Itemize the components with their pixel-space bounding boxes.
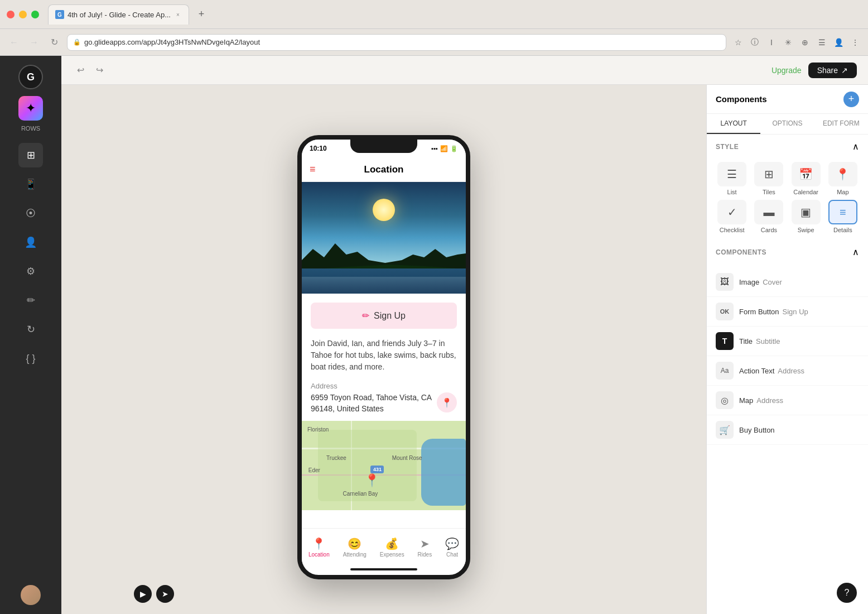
sidebar-item-user[interactable]: 👤 [18, 230, 43, 255]
checklist-label: Checklist [720, 227, 745, 233]
panel-tabs: LAYOUT OPTIONS EDIT FORM [707, 114, 868, 135]
tab-options[interactable]: OPTIONS [760, 114, 814, 134]
image-cover-labels: Image Cover [739, 278, 782, 286]
phone-tab-attending[interactable]: 😊 Attending [343, 537, 367, 558]
editor-top-bar: ↩ ↪ Upgrade Share ↗ [61, 56, 868, 85]
glide-g-icon[interactable]: G [18, 65, 43, 89]
style-tiles[interactable]: ⊞ Tiles [753, 162, 785, 195]
title-labels: Title Subtitle [739, 337, 780, 346]
phone-notch [350, 140, 417, 153]
rides-tab-icon: ➤ [420, 537, 430, 550]
hamburger-icon[interactable]: ≡ [310, 164, 316, 175]
sidebar-item-mobile[interactable]: 📱 [18, 172, 43, 196]
extension-icon[interactable]: ⓘ [749, 36, 761, 49]
chat-tab-label: Chat [446, 551, 458, 558]
phone-status-bar: 10:10 ▪▪▪ 📶 🔋 [302, 140, 466, 157]
new-tab-button[interactable]: + [194, 7, 209, 22]
sidebar-item-code[interactable]: { } [18, 346, 43, 371]
signal-icon: ▪▪▪ [431, 145, 438, 152]
components-section-header-row: COMPONENTS ∧ [716, 247, 859, 257]
components-collapse-icon[interactable]: ∧ [852, 247, 859, 257]
cursor-button[interactable]: ➤ [156, 585, 174, 603]
fullscreen-button[interactable] [31, 11, 39, 18]
style-calendar[interactable]: 📅 Calendar [790, 162, 822, 195]
wifi-icon: 📶 [440, 145, 448, 152]
map-pin-marker: 📍 [364, 473, 379, 488]
map-preview: Floriston Truckee Mount Rose Eder 431 📍 … [302, 421, 466, 510]
style-collapse-icon[interactable]: ∧ [852, 141, 859, 152]
share-button[interactable]: Share ↗ [808, 63, 857, 78]
components-section-title: COMPONENTS [716, 248, 766, 256]
address-field[interactable]: 🔒 go.glideapps.com/app/Jt4yg3HTsNwNDvgeI… [67, 34, 726, 51]
home-bar [350, 568, 417, 570]
tab-close-button[interactable]: × [174, 11, 182, 18]
left-sidebar: G ✦ ROWS ⊞ 📱 ⦿ 👤 ⚙ ✏ ↻ { } [0, 56, 61, 614]
panel-add-button[interactable]: + [843, 92, 859, 107]
style-cards[interactable]: ▬ Cards [753, 200, 785, 233]
extension4-icon[interactable]: ⊕ [799, 36, 811, 49]
battery-icon: 🔋 [450, 145, 458, 152]
phone-tabbar: 📍 Location 😊 Attending 💰 Expenses [302, 528, 466, 564]
hero-sun [373, 199, 395, 221]
component-form-button[interactable]: OK Form Button Sign Up [707, 297, 868, 327]
style-details[interactable]: ≡ Details [827, 200, 859, 233]
sidebar-item-layout[interactable]: ⊞ [18, 143, 43, 167]
expenses-tab-label: Expenses [380, 551, 404, 558]
sidebar-item-sync[interactable]: ↻ [18, 317, 43, 342]
panel-header: Components + [707, 85, 868, 114]
back-button[interactable]: ← [7, 35, 21, 50]
style-map[interactable]: 📍 Map [827, 162, 859, 195]
close-button[interactable] [7, 11, 15, 18]
sidebar-item-settings[interactable]: ⚙ [18, 259, 43, 284]
address-bar: ← → ↻ 🔒 go.glideapps.com/app/Jt4yg3HTsNw… [0, 29, 868, 56]
profile-icon[interactable]: 👤 [832, 36, 845, 49]
extension3-icon[interactable]: ✳ [782, 36, 794, 49]
location-pin-button[interactable]: 📍 [437, 392, 457, 412]
image-secondary: Cover [763, 278, 782, 286]
style-list[interactable]: ☰ List [716, 162, 748, 195]
sidebar-nav-icons: ⊞ 📱 ⦿ 👤 ⚙ ✏ ↻ { } [18, 143, 43, 371]
component-title[interactable]: T Title Subtitle [707, 327, 868, 356]
tab-bar: G 4th of July! - Glide - Create Ap... × … [48, 4, 861, 25]
minimize-button[interactable] [19, 11, 27, 18]
user-avatar[interactable] [21, 585, 41, 605]
sidebar-item-data[interactable]: ⦿ [18, 201, 43, 226]
component-image-cover[interactable]: 🖼 Image Cover [707, 267, 868, 297]
phone-tab-rides[interactable]: ➤ Rides [418, 537, 432, 558]
redo-button[interactable]: ↪ [91, 63, 107, 78]
undo-button[interactable]: ↩ [73, 63, 88, 78]
active-tab[interactable]: G 4th of July! - Glide - Create Ap... × [48, 4, 189, 25]
phone-tab-expenses[interactable]: 💰 Expenses [380, 537, 404, 558]
phone-screen-title: Location [364, 164, 404, 175]
details-icon-box: ≡ [828, 200, 857, 224]
title-primary: Title [739, 337, 753, 346]
extension5-icon[interactable]: ☰ [816, 36, 828, 49]
tab-edit-form[interactable]: EDIT FORM [814, 114, 868, 134]
forward-button[interactable]: → [27, 35, 41, 50]
phone-tab-location[interactable]: 📍 Location [308, 537, 330, 558]
bookmark-icon[interactable]: ☆ [732, 36, 744, 49]
extension2-icon[interactable]: I [765, 36, 778, 49]
style-checklist[interactable]: ✓ Checklist [716, 200, 748, 233]
tiles-icon-box: ⊞ [754, 162, 783, 186]
sidebar-item-edit[interactable]: ✏ [18, 288, 43, 313]
component-action-text[interactable]: Aa Action Text Address [707, 356, 868, 386]
tab-layout[interactable]: LAYOUT [707, 114, 760, 134]
upgrade-button[interactable]: Upgrade [771, 66, 802, 75]
refresh-button[interactable]: ↻ [47, 35, 61, 50]
play-button[interactable]: ▶ [134, 585, 152, 603]
attending-tab-icon: 😊 [348, 537, 361, 550]
app-window: G 4th of July! - Glide - Create Ap... × … [0, 0, 868, 614]
component-map[interactable]: ◎ Map Address [707, 386, 868, 415]
style-swipe[interactable]: ▣ Swipe [790, 200, 822, 233]
browser-toolbar-icons: ☆ ⓘ I ✳ ⊕ ☰ 👤 ⋮ [732, 36, 861, 49]
editor-area: ↩ ↪ Upgrade Share ↗ [61, 56, 868, 614]
list-label: List [727, 189, 737, 195]
signup-button[interactable]: ✏ Sign Up [311, 303, 457, 329]
menu-icon[interactable]: ⋮ [849, 36, 861, 49]
phone-tab-chat[interactable]: 💬 Chat [445, 537, 459, 558]
rows-label: ROWS [21, 125, 40, 132]
component-buy-button[interactable]: 🛒 Buy Button [707, 415, 868, 445]
help-button[interactable]: ? [837, 583, 857, 603]
glide-app-icon[interactable]: ✦ [18, 96, 43, 121]
